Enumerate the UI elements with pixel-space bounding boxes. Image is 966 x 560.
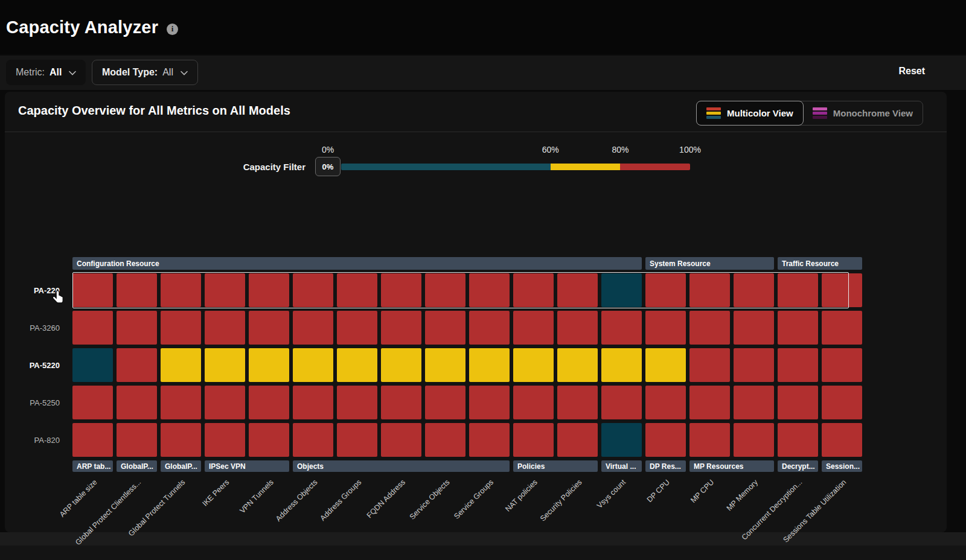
- heatmap-cell[interactable]: [822, 273, 862, 307]
- monochrome-view-button[interactable]: Monochrome View: [803, 101, 923, 125]
- heatmap-cell[interactable]: [601, 348, 642, 382]
- heatmap-cell[interactable]: [601, 423, 642, 457]
- multicolor-view-button[interactable]: Multicolor View: [696, 101, 804, 126]
- heatmap-cell[interactable]: [645, 273, 686, 307]
- heatmap-cell[interactable]: [117, 423, 157, 457]
- heatmap-cell[interactable]: [425, 423, 465, 457]
- heatmap-cell[interactable]: [557, 273, 598, 307]
- heatmap-cell[interactable]: [557, 423, 598, 457]
- heatmap-cell[interactable]: [337, 311, 377, 345]
- heatmap-cell[interactable]: [293, 386, 333, 419]
- heatmap-cell[interactable]: [513, 423, 554, 457]
- heatmap-cell[interactable]: [778, 348, 818, 382]
- heatmap-cell[interactable]: [778, 273, 818, 307]
- heatmap-cell[interactable]: [205, 386, 245, 419]
- heatmap-cell[interactable]: [689, 423, 730, 457]
- heatmap-cell[interactable]: [205, 423, 245, 457]
- heatmap-cell[interactable]: [557, 386, 598, 419]
- model-type-dropdown[interactable]: Model Type: All: [92, 60, 198, 85]
- heatmap-cell[interactable]: [557, 348, 598, 382]
- heatmap-cell[interactable]: [161, 311, 201, 345]
- heatmap-cell[interactable]: [205, 311, 245, 345]
- heatmap-cell[interactable]: [469, 348, 510, 382]
- heatmap-cell[interactable]: [469, 273, 510, 307]
- heatmap-cell[interactable]: [205, 273, 245, 307]
- heatmap-cell[interactable]: [293, 273, 333, 307]
- heatmap-cell[interactable]: [72, 311, 113, 345]
- heatmap-cell[interactable]: [293, 348, 333, 382]
- heatmap-cell[interactable]: [381, 273, 421, 307]
- heatmap-cell[interactable]: [249, 348, 289, 382]
- heatmap-cell[interactable]: [601, 386, 642, 419]
- heatmap-cell[interactable]: [161, 386, 201, 419]
- capacity-filter-handle[interactable]: 0%: [315, 157, 341, 176]
- heatmap-cell[interactable]: [161, 423, 201, 457]
- info-icon[interactable]: i: [167, 24, 178, 35]
- heatmap-cell[interactable]: [249, 273, 289, 307]
- heatmap-cell[interactable]: [822, 386, 862, 419]
- heatmap-cell[interactable]: [734, 348, 774, 382]
- heatmap-cell[interactable]: [469, 311, 510, 345]
- heatmap-cell[interactable]: [778, 311, 818, 345]
- heatmap-cell[interactable]: [513, 311, 554, 345]
- heatmap-cell[interactable]: [513, 273, 554, 307]
- heatmap-cell[interactable]: [72, 348, 113, 382]
- heatmap-cell[interactable]: [117, 348, 157, 382]
- heatmap-cell[interactable]: [205, 348, 245, 382]
- heatmap-cell[interactable]: [689, 386, 730, 419]
- heatmap-cell[interactable]: [381, 386, 421, 419]
- heatmap-cell[interactable]: [469, 386, 510, 419]
- heatmap-cell[interactable]: [601, 273, 642, 307]
- heatmap-cell[interactable]: [513, 386, 554, 419]
- heatmap-cell[interactable]: [425, 348, 465, 382]
- heatmap-cell[interactable]: [337, 348, 377, 382]
- heatmap-cell[interactable]: [778, 423, 818, 457]
- heatmap-cell[interactable]: [293, 311, 333, 345]
- heatmap-cell[interactable]: [425, 311, 465, 345]
- heatmap-cell[interactable]: [72, 423, 113, 457]
- heatmap-cell[interactable]: [645, 311, 686, 345]
- heatmap-cell[interactable]: [249, 311, 289, 345]
- heatmap-cell[interactable]: [117, 311, 157, 345]
- heatmap-cell[interactable]: [689, 273, 730, 307]
- row-label-pa-5250[interactable]: PA-5250: [19, 386, 69, 419]
- heatmap-cell[interactable]: [689, 348, 730, 382]
- metric-dropdown[interactable]: Metric: All: [6, 60, 86, 85]
- heatmap-cell[interactable]: [734, 386, 774, 419]
- heatmap-cell[interactable]: [337, 423, 377, 457]
- heatmap-cell[interactable]: [337, 273, 377, 307]
- heatmap-cell[interactable]: [513, 348, 554, 382]
- heatmap-cell[interactable]: [381, 423, 421, 457]
- heatmap-cell[interactable]: [601, 311, 642, 345]
- heatmap-cell[interactable]: [822, 423, 862, 457]
- heatmap-cell[interactable]: [822, 348, 862, 382]
- reset-button[interactable]: Reset: [898, 66, 925, 77]
- heatmap-cell[interactable]: [469, 423, 510, 457]
- row-label-pa-820[interactable]: PA-820: [19, 423, 69, 457]
- heatmap-cell[interactable]: [425, 386, 465, 419]
- slider-track[interactable]: [341, 164, 690, 170]
- heatmap-cell[interactable]: [249, 423, 289, 457]
- heatmap-cell[interactable]: [117, 273, 157, 307]
- heatmap-cell[interactable]: [161, 348, 201, 382]
- heatmap-cell[interactable]: [381, 311, 421, 345]
- heatmap-cell[interactable]: [249, 386, 289, 419]
- row-label-pa-3260[interactable]: PA-3260: [19, 311, 69, 345]
- heatmap-cell[interactable]: [734, 273, 774, 307]
- heatmap-cell[interactable]: [689, 311, 730, 345]
- heatmap-cell[interactable]: [293, 423, 333, 457]
- heatmap-cell[interactable]: [645, 423, 686, 457]
- heatmap-cell[interactable]: [72, 273, 113, 307]
- heatmap-cell[interactable]: [425, 273, 465, 307]
- heatmap-cell[interactable]: [557, 311, 598, 345]
- heatmap-cell[interactable]: [645, 348, 686, 382]
- heatmap-cell[interactable]: [778, 386, 818, 419]
- heatmap-cell[interactable]: [161, 273, 201, 307]
- heatmap-cell[interactable]: [72, 386, 113, 419]
- heatmap-cell[interactable]: [734, 311, 774, 345]
- heatmap-cell[interactable]: [734, 423, 774, 457]
- heatmap-cell[interactable]: [381, 348, 421, 382]
- heatmap-cell[interactable]: [337, 386, 377, 419]
- heatmap-cell[interactable]: [822, 311, 862, 345]
- row-label-pa-5220[interactable]: PA-5220: [19, 348, 69, 382]
